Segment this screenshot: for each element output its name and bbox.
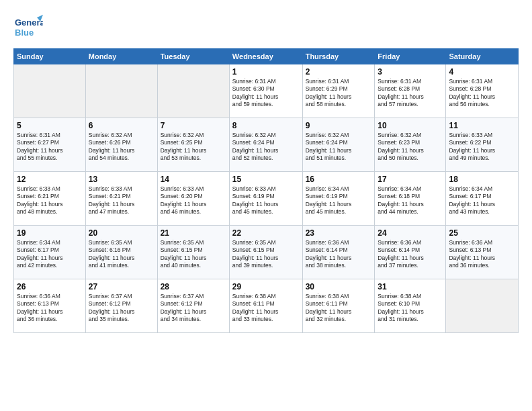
calendar-cell: 3Sunrise: 6:31 AM Sunset: 6:28 PM Daylig… (375, 64, 446, 118)
calendar-cell: 12Sunrise: 6:33 AM Sunset: 6:21 PM Dayli… (14, 172, 86, 226)
day-number: 2 (306, 67, 372, 77)
day-number: 11 (449, 121, 515, 130)
day-number: 8 (232, 121, 300, 130)
calendar-cell: 4Sunrise: 6:31 AM Sunset: 6:28 PM Daylig… (446, 64, 519, 118)
day-info: Sunrise: 6:33 AM Sunset: 6:21 PM Dayligh… (89, 185, 154, 216)
calendar-cell: 15Sunrise: 6:33 AM Sunset: 6:19 PM Dayli… (229, 172, 302, 226)
day-info: Sunrise: 6:35 AM Sunset: 6:15 PM Dayligh… (232, 239, 300, 270)
day-number: 12 (17, 175, 83, 184)
calendar-cell: 18Sunrise: 6:34 AM Sunset: 6:17 PM Dayli… (446, 172, 519, 226)
calendar-cell: 30Sunrise: 6:38 AM Sunset: 6:11 PM Dayli… (302, 279, 375, 333)
weekday-header-monday: Monday (85, 49, 157, 64)
day-number: 15 (232, 175, 300, 184)
day-number: 25 (449, 228, 515, 238)
day-number: 29 (232, 282, 300, 291)
day-info: Sunrise: 6:31 AM Sunset: 6:28 PM Dayligh… (378, 78, 443, 109)
week-row-1: 1Sunrise: 6:31 AM Sunset: 6:30 PM Daylig… (14, 64, 519, 118)
day-number: 27 (89, 282, 154, 291)
day-info: Sunrise: 6:38 AM Sunset: 6:11 PM Dayligh… (232, 293, 300, 324)
calendar-cell: 24Sunrise: 6:36 AM Sunset: 6:14 PM Dayli… (375, 226, 446, 279)
day-number: 14 (161, 175, 226, 184)
calendar-cell (85, 64, 157, 118)
day-number: 1 (232, 67, 300, 77)
day-number: 10 (378, 121, 443, 130)
day-number: 9 (306, 121, 372, 130)
day-info: Sunrise: 6:32 AM Sunset: 6:25 PM Dayligh… (161, 132, 226, 163)
weekday-header-wednesday: Wednesday (229, 49, 302, 64)
day-info: Sunrise: 6:32 AM Sunset: 6:24 PM Dayligh… (232, 132, 300, 163)
day-info: Sunrise: 6:36 AM Sunset: 6:14 PM Dayligh… (306, 239, 372, 270)
calendar-cell: 29Sunrise: 6:38 AM Sunset: 6:11 PM Dayli… (229, 279, 302, 333)
day-info: Sunrise: 6:36 AM Sunset: 6:13 PM Dayligh… (17, 293, 83, 324)
calendar-cell: 1Sunrise: 6:31 AM Sunset: 6:30 PM Daylig… (229, 64, 302, 118)
calendar-cell: 19Sunrise: 6:34 AM Sunset: 6:17 PM Dayli… (14, 226, 86, 279)
calendar-cell: 17Sunrise: 6:34 AM Sunset: 6:18 PM Dayli… (375, 172, 446, 226)
svg-text:Blue: Blue (15, 28, 34, 38)
day-number: 7 (161, 121, 226, 130)
calendar-cell (446, 279, 519, 333)
day-number: 18 (449, 175, 515, 184)
week-row-5: 26Sunrise: 6:36 AM Sunset: 6:13 PM Dayli… (14, 279, 519, 333)
day-number: 13 (89, 175, 154, 184)
week-row-3: 12Sunrise: 6:33 AM Sunset: 6:21 PM Dayli… (14, 172, 519, 226)
day-info: Sunrise: 6:38 AM Sunset: 6:11 PM Dayligh… (306, 293, 372, 324)
calendar-cell: 20Sunrise: 6:35 AM Sunset: 6:16 PM Dayli… (85, 226, 157, 279)
day-info: Sunrise: 6:31 AM Sunset: 6:28 PM Dayligh… (449, 78, 515, 109)
day-number: 26 (17, 282, 83, 291)
calendar-table: SundayMondayTuesdayWednesdayThursdayFrid… (13, 48, 519, 333)
calendar-cell: 16Sunrise: 6:34 AM Sunset: 6:19 PM Dayli… (302, 172, 375, 226)
day-info: Sunrise: 6:31 AM Sunset: 6:30 PM Dayligh… (232, 78, 300, 109)
day-info: Sunrise: 6:32 AM Sunset: 6:24 PM Dayligh… (306, 132, 372, 163)
day-info: Sunrise: 6:38 AM Sunset: 6:10 PM Dayligh… (378, 293, 443, 324)
day-number: 22 (232, 228, 300, 238)
day-number: 30 (306, 282, 372, 291)
day-number: 4 (449, 67, 515, 77)
calendar-cell (157, 64, 229, 118)
day-info: Sunrise: 6:36 AM Sunset: 6:13 PM Dayligh… (449, 239, 515, 270)
day-number: 24 (378, 228, 443, 238)
weekday-header-thursday: Thursday (302, 49, 375, 64)
weekday-header-row: SundayMondayTuesdayWednesdayThursdayFrid… (14, 49, 519, 64)
day-number: 16 (306, 175, 372, 184)
logo-icon: General Blue (13, 12, 43, 42)
day-info: Sunrise: 6:33 AM Sunset: 6:20 PM Dayligh… (161, 185, 226, 216)
calendar-cell: 8Sunrise: 6:32 AM Sunset: 6:24 PM Daylig… (229, 118, 302, 172)
header: General Blue (13, 12, 519, 42)
calendar-cell: 22Sunrise: 6:35 AM Sunset: 6:15 PM Dayli… (229, 226, 302, 279)
day-info: Sunrise: 6:34 AM Sunset: 6:19 PM Dayligh… (306, 185, 372, 216)
calendar-cell: 31Sunrise: 6:38 AM Sunset: 6:10 PM Dayli… (375, 279, 446, 333)
weekday-header-saturday: Saturday (446, 49, 519, 64)
page: General Blue SundayMondayTuesdayWednesda… (0, 0, 532, 411)
day-number: 19 (17, 228, 83, 238)
day-info: Sunrise: 6:36 AM Sunset: 6:14 PM Dayligh… (378, 239, 443, 270)
day-number: 20 (89, 228, 154, 238)
day-info: Sunrise: 6:34 AM Sunset: 6:18 PM Dayligh… (378, 185, 443, 216)
calendar-cell: 5Sunrise: 6:31 AM Sunset: 6:27 PM Daylig… (14, 118, 86, 172)
week-row-4: 19Sunrise: 6:34 AM Sunset: 6:17 PM Dayli… (14, 226, 519, 279)
calendar-cell: 23Sunrise: 6:36 AM Sunset: 6:14 PM Dayli… (302, 226, 375, 279)
week-row-2: 5Sunrise: 6:31 AM Sunset: 6:27 PM Daylig… (14, 118, 519, 172)
calendar-cell: 25Sunrise: 6:36 AM Sunset: 6:13 PM Dayli… (446, 226, 519, 279)
day-info: Sunrise: 6:34 AM Sunset: 6:17 PM Dayligh… (17, 239, 83, 270)
day-info: Sunrise: 6:32 AM Sunset: 6:23 PM Dayligh… (378, 132, 443, 163)
weekday-header-tuesday: Tuesday (157, 49, 229, 64)
day-number: 28 (161, 282, 226, 291)
day-info: Sunrise: 6:34 AM Sunset: 6:17 PM Dayligh… (449, 185, 515, 216)
calendar-cell (14, 64, 86, 118)
day-number: 23 (306, 228, 372, 238)
calendar-cell: 28Sunrise: 6:37 AM Sunset: 6:12 PM Dayli… (157, 279, 229, 333)
calendar-cell: 9Sunrise: 6:32 AM Sunset: 6:24 PM Daylig… (302, 118, 375, 172)
day-number: 31 (378, 282, 443, 291)
day-number: 17 (378, 175, 443, 184)
day-info: Sunrise: 6:37 AM Sunset: 6:12 PM Dayligh… (89, 293, 154, 324)
calendar-cell: 7Sunrise: 6:32 AM Sunset: 6:25 PM Daylig… (157, 118, 229, 172)
calendar-cell: 27Sunrise: 6:37 AM Sunset: 6:12 PM Dayli… (85, 279, 157, 333)
calendar-cell: 10Sunrise: 6:32 AM Sunset: 6:23 PM Dayli… (375, 118, 446, 172)
calendar-cell: 14Sunrise: 6:33 AM Sunset: 6:20 PM Dayli… (157, 172, 229, 226)
calendar-cell: 11Sunrise: 6:33 AM Sunset: 6:22 PM Dayli… (446, 118, 519, 172)
day-info: Sunrise: 6:37 AM Sunset: 6:12 PM Dayligh… (161, 293, 226, 324)
logo: General Blue (13, 12, 43, 42)
weekday-header-friday: Friday (375, 49, 446, 64)
calendar-cell: 26Sunrise: 6:36 AM Sunset: 6:13 PM Dayli… (14, 279, 86, 333)
day-info: Sunrise: 6:35 AM Sunset: 6:15 PM Dayligh… (161, 239, 226, 270)
